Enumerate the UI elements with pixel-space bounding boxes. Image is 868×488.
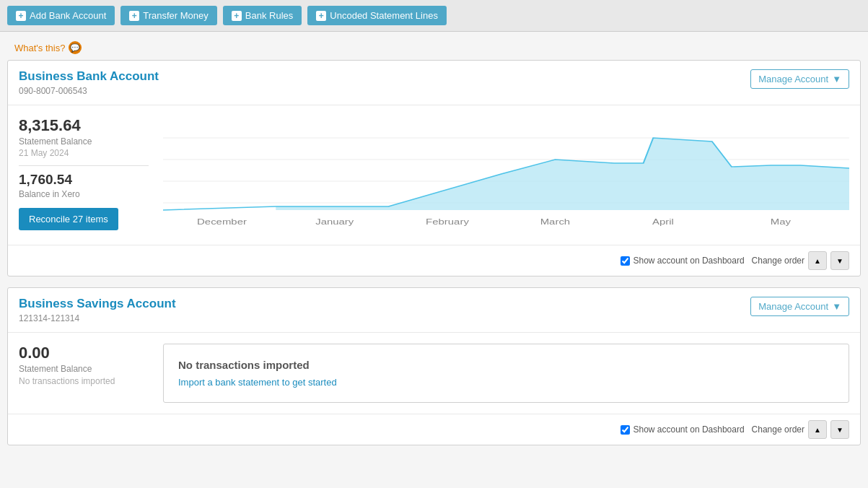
- uncoded-icon: +: [316, 11, 326, 21]
- svg-text:May: May: [771, 217, 792, 227]
- svg-text:December: December: [197, 217, 247, 227]
- savings-account-name[interactable]: Business Savings Account: [19, 297, 176, 310]
- whats-this-icon: 💬: [69, 41, 82, 54]
- statement-balance-label: Statement Balance: [19, 136, 149, 147]
- savings-account-footer: Show account on Dashboard Change order ▲…: [8, 414, 860, 445]
- change-order-1: Change order ▲ ▼: [752, 251, 849, 270]
- bank-rules-label: Bank Rules: [245, 10, 293, 21]
- balance-divider: [19, 165, 149, 166]
- add-bank-button[interactable]: + Add Bank Account: [7, 6, 115, 25]
- whats-this-link[interactable]: What's this? 💬: [7, 35, 861, 60]
- transfer-money-button[interactable]: + Transfer Money: [120, 6, 217, 25]
- dashboard-checkbox-2[interactable]: [621, 425, 630, 435]
- dashboard-checkbox-1[interactable]: [621, 256, 630, 266]
- savings-balance-amount: 0.00: [19, 344, 149, 362]
- transfer-icon: +: [129, 11, 139, 21]
- order-up-button-2[interactable]: ▲: [808, 420, 827, 439]
- statement-balance-date: 21 May 2024: [19, 148, 149, 158]
- transfer-money-label: Transfer Money: [143, 10, 209, 21]
- xero-balance-label: Balance in Xero: [19, 189, 149, 199]
- bank-account-body: 8,315.64 Statement Balance 21 May 2024 1…: [8, 105, 860, 245]
- manage-account-chevron-2: ▼: [832, 301, 841, 312]
- no-transactions-box: No transactions imported Import a bank s…: [163, 344, 849, 403]
- svg-marker-4: [163, 138, 849, 210]
- change-order-label-2: Change order: [752, 424, 805, 435]
- dashboard-checkbox-label-2[interactable]: Show account on Dashboard: [621, 424, 745, 435]
- dashboard-label-2: Show account on Dashboard: [634, 424, 745, 435]
- bank-account-name[interactable]: Business Bank Account: [19, 69, 159, 83]
- manage-account-label-2: Manage Account: [758, 301, 828, 312]
- dashboard-checkbox-label-1[interactable]: Show account on Dashboard: [621, 256, 745, 266]
- business-bank-card: Business Bank Account 090-8007-006543 Ma…: [7, 60, 861, 276]
- dashboard-label-1: Show account on Dashboard: [634, 256, 745, 266]
- uncoded-label: Uncoded Statement Lines: [330, 10, 438, 21]
- svg-text:April: April: [652, 217, 674, 227]
- toolbar: + Add Bank Account + Transfer Money + Ba…: [0, 0, 868, 32]
- bank-chart-area: December January February March April Ma…: [163, 116, 849, 234]
- svg-text:January: January: [315, 217, 354, 227]
- svg-text:March: March: [540, 217, 571, 227]
- bank-account-stats: 8,315.64 Statement Balance 21 May 2024 1…: [19, 116, 149, 234]
- savings-account-body: 0.00 Statement Balance No transactions i…: [8, 333, 860, 414]
- bank-rules-icon: +: [232, 11, 242, 21]
- add-bank-icon: +: [16, 11, 26, 21]
- bank-account-number: 090-8007-006543: [19, 86, 159, 96]
- add-bank-label: Add Bank Account: [30, 10, 106, 21]
- savings-account-header: Business Savings Account 121314-121314 M…: [8, 288, 860, 333]
- savings-balance-label: Statement Balance: [19, 364, 149, 374]
- change-order-2: Change order ▲ ▼: [752, 420, 849, 439]
- svg-text:February: February: [426, 217, 469, 227]
- savings-no-transactions: No transactions imported: [19, 376, 149, 386]
- manage-account-chevron-1: ▼: [832, 74, 841, 84]
- reconcile-button[interactable]: Reconcile 27 items: [19, 208, 118, 230]
- import-statement-link[interactable]: Import a bank statement to get started: [178, 377, 337, 388]
- order-down-button-1[interactable]: ▼: [830, 251, 849, 270]
- statement-balance-amount: 8,315.64: [19, 116, 149, 135]
- order-up-button-1[interactable]: ▲: [808, 251, 827, 270]
- no-transactions-title: No transactions imported: [178, 359, 834, 371]
- main-content: What's this? 💬 Business Bank Account 090…: [0, 32, 868, 460]
- business-savings-card: Business Savings Account 121314-121314 M…: [7, 287, 861, 445]
- bank-rules-button[interactable]: + Bank Rules: [223, 6, 302, 25]
- savings-account-number: 121314-121314: [19, 313, 176, 323]
- xero-balance-amount: 1,760.54: [19, 172, 149, 188]
- savings-account-info: Business Savings Account 121314-121314: [19, 297, 176, 323]
- manage-account-button-2[interactable]: Manage Account ▼: [750, 297, 849, 316]
- order-down-button-2[interactable]: ▼: [830, 420, 849, 439]
- bank-chart: December January February March April Ma…: [163, 116, 849, 232]
- change-order-label-1: Change order: [752, 256, 805, 266]
- reconcile-label: Reconcile 27 items: [29, 214, 108, 225]
- bank-account-info: Business Bank Account 090-8007-006543: [19, 69, 159, 96]
- uncoded-button[interactable]: + Uncoded Statement Lines: [307, 6, 447, 25]
- savings-account-stats: 0.00 Statement Balance No transactions i…: [19, 344, 149, 403]
- manage-account-button-1[interactable]: Manage Account ▼: [750, 69, 849, 89]
- bank-account-footer: Show account on Dashboard Change order ▲…: [8, 245, 860, 276]
- whats-this-text: What's this?: [14, 43, 65, 53]
- bank-account-header: Business Bank Account 090-8007-006543 Ma…: [8, 61, 860, 105]
- manage-account-label-1: Manage Account: [758, 74, 828, 84]
